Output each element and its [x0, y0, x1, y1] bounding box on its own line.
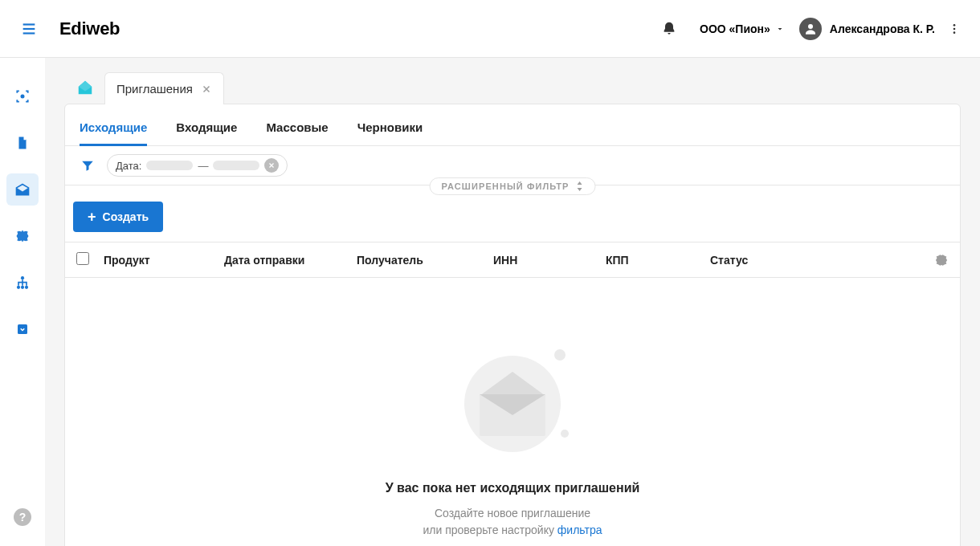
empty-title: У вас пока нет исходящих приглашений: [386, 481, 640, 495]
col-status[interactable]: Статус: [705, 254, 925, 267]
sidebar-settings[interactable]: [6, 220, 39, 252]
funnel-icon: [80, 158, 95, 173]
filter-chip-clear[interactable]: [264, 158, 279, 173]
svg-point-8: [21, 276, 24, 279]
page-tab-invitations[interactable]: Приглашения: [104, 72, 224, 104]
filter-bar: Дата: — РАСШИРЕННЫЙ ФИЛЬТР: [65, 146, 960, 185]
gear-icon: [14, 228, 31, 244]
sidebar-mail[interactable]: [6, 173, 39, 206]
svg-point-4: [953, 24, 956, 26]
sidebar-help[interactable]: ?: [6, 501, 39, 533]
page-tabstrip: Приглашения: [64, 71, 961, 104]
document-icon: [15, 136, 30, 150]
org-selector[interactable]: ООО «Пион»: [685, 22, 799, 35]
org-name: ООО «Пион»: [700, 22, 770, 35]
empty-state: У вас пока нет исходящих приглашений Соз…: [65, 278, 960, 546]
create-button[interactable]: + Создать: [73, 202, 163, 232]
col-kpp[interactable]: КПП: [601, 254, 705, 267]
svg-point-11: [25, 286, 28, 289]
sidebar-scan[interactable]: [6, 80, 39, 112]
hamburger-button[interactable]: [13, 13, 45, 45]
sidebar-archive[interactable]: [6, 313, 39, 345]
tab-incoming[interactable]: Входящие: [176, 109, 237, 145]
plus-icon: +: [88, 210, 96, 224]
filter-date-from: [146, 161, 193, 170]
tab-mass[interactable]: Массовые: [266, 109, 328, 145]
svg-rect-12: [18, 324, 27, 334]
close-icon: [201, 84, 212, 95]
empty-filter-link[interactable]: фильтра: [557, 524, 602, 536]
advanced-filter-label: РАСШИРЕННЫЙ ФИЛЬТР: [442, 181, 570, 191]
archive-icon: [15, 322, 30, 336]
gear-icon: [934, 253, 949, 267]
col-recipient[interactable]: Получатель: [352, 254, 488, 267]
scan-icon: [14, 88, 31, 104]
empty-line2: или проверьте настройку фильтра: [423, 522, 602, 539]
empty-line1: Создайте новое приглашение: [435, 505, 590, 522]
sidebar-structure[interactable]: [6, 267, 39, 299]
kebab-icon: [948, 22, 961, 35]
invitation-tabs: Исходящие Входящие Массовые Черновики: [65, 104, 960, 146]
table-header: Продукт Дата отправки Получатель ИНН КПП…: [65, 242, 960, 278]
svg-point-9: [17, 286, 20, 289]
select-all-cell: [76, 252, 99, 267]
tab-outgoing[interactable]: Исходящие: [80, 109, 147, 145]
page-tab-label: Приглашения: [116, 82, 193, 96]
more-menu-button[interactable]: [941, 13, 967, 45]
empty-line2-prefix: или проверьте настройку: [423, 524, 557, 536]
home-icon: [76, 79, 94, 96]
caret-down-icon: [775, 24, 785, 34]
clear-icon: [267, 161, 276, 169]
empty-envelope-icon: [456, 348, 569, 460]
filter-chip-label: Дата:: [116, 160, 141, 172]
create-button-label: Создать: [103, 210, 149, 223]
help-icon: ?: [14, 508, 31, 526]
hamburger-icon: [20, 20, 38, 38]
svg-point-3: [808, 24, 813, 29]
svg-point-6: [953, 31, 956, 34]
mail-open-icon: [14, 181, 31, 198]
notifications-button[interactable]: [653, 13, 685, 45]
filter-button[interactable]: [76, 154, 99, 177]
content-card: Исходящие Входящие Массовые Черновики Да…: [64, 104, 961, 546]
filter-range-sep: —: [198, 160, 208, 172]
sitemap-icon: [14, 275, 31, 291]
home-tab[interactable]: [69, 71, 101, 104]
col-sent-date[interactable]: Дата отправки: [219, 254, 352, 267]
tab-drafts[interactable]: Черновики: [357, 109, 423, 145]
svg-point-5: [953, 27, 956, 30]
select-all-checkbox[interactable]: [76, 252, 89, 265]
user-name: Александрова К. Р.: [830, 22, 935, 35]
avatar-icon: [799, 18, 822, 40]
filter-date-to: [213, 161, 259, 170]
sidebar: ?: [0, 58, 45, 546]
svg-point-10: [21, 286, 24, 289]
filter-chip-date[interactable]: Дата: —: [107, 154, 288, 177]
tab-close-button[interactable]: [201, 84, 212, 95]
user-menu[interactable]: Александрова К. Р.: [799, 18, 935, 40]
logo: Ediweb: [59, 18, 120, 39]
main-content: Приглашения Исходящие Входящие Массовые …: [45, 58, 980, 546]
col-inn[interactable]: ИНН: [488, 254, 601, 267]
svg-point-7: [21, 95, 25, 99]
col-product[interactable]: Продукт: [99, 254, 219, 267]
table-settings-button[interactable]: [925, 253, 949, 267]
bell-icon: [661, 21, 677, 37]
expand-icon: [575, 181, 583, 191]
app-header: Ediweb ООО «Пион» Александрова К. Р.: [0, 0, 980, 58]
advanced-filter-toggle[interactable]: РАСШИРЕННЫЙ ФИЛЬТР: [430, 177, 596, 195]
sidebar-document[interactable]: [6, 127, 39, 159]
